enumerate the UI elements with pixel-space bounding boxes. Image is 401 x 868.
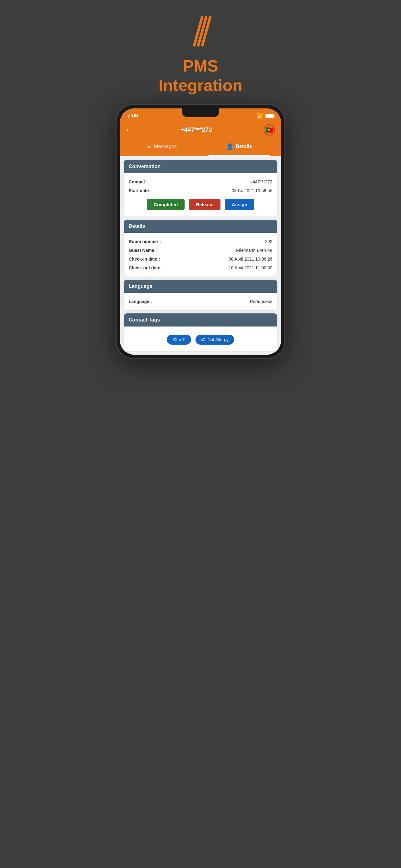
- nut-allergy-tag-icon: 🏷: [201, 337, 205, 342]
- language-label: Language :: [129, 299, 152, 304]
- contact-value: +447***272: [250, 179, 272, 184]
- language-card-body: Language : Portuguese: [124, 293, 277, 310]
- contact-tags-card: Contact Tags 🏷 VIP 🏷 Nut Allergy: [124, 313, 277, 351]
- guest-name-value: Frielmann Bren Mr: [236, 248, 272, 253]
- language-flag[interactable]: 🇵🇹: [264, 124, 275, 135]
- messages-tab-label: Messages: [154, 144, 177, 149]
- svg-line-1: [198, 17, 206, 45]
- contact-label: Contact :: [129, 179, 148, 184]
- checkin-value: 08 April 2021 10:06:26: [229, 256, 272, 261]
- release-button[interactable]: Release: [189, 199, 221, 210]
- guest-name-row: Guest Name : Frielmann Bren Mr: [129, 246, 272, 255]
- phone-frame: 7:06 ··· 📶 ‹ +447***272 🇵🇹 ✉ Messages 👤: [116, 105, 285, 359]
- room-number-value: 202: [265, 239, 272, 244]
- checkin-label: Check-in date :: [129, 256, 160, 261]
- language-card-header: Language: [124, 280, 277, 293]
- phone-screen: 7:06 ··· 📶 ‹ +447***272 🇵🇹 ✉ Messages 👤: [120, 108, 281, 354]
- wifi-icon: 📶: [257, 113, 264, 119]
- start-date-value: 08-04-2021 10:59:55: [232, 188, 272, 193]
- tab-messages[interactable]: ✉ Messages: [123, 140, 201, 153]
- checkin-row: Check-in date : 08 April 2021 10:06:26: [129, 255, 272, 264]
- checkout-row: Check-out date : 10 April 2021 11:00:00: [129, 264, 272, 272]
- details-card-body: Room number : 202 Guest Name : Frielmann…: [124, 233, 277, 277]
- conversation-card: Conversation Contact : +447***272 Start …: [124, 160, 277, 217]
- content-area: Conversation Contact : +447***272 Start …: [120, 156, 281, 354]
- conversation-card-header: Conversation: [124, 160, 277, 173]
- brand-logo-icon: [185, 12, 216, 50]
- tab-details[interactable]: 👤 Details: [201, 140, 278, 153]
- signal-dots-icon: ···: [251, 114, 255, 118]
- action-buttons: Completed Release Assign: [129, 195, 272, 212]
- completed-button[interactable]: Completed: [147, 199, 185, 210]
- language-value: Portuguese: [250, 299, 272, 304]
- tag-nut-allergy[interactable]: 🏷 Nut Allergy: [196, 335, 234, 345]
- contact-tags-header: Contact Tags: [124, 313, 277, 327]
- checkout-value: 10 April 2021 11:00:00: [229, 265, 272, 270]
- details-tab-label: Details: [236, 144, 252, 149]
- battery-icon: [265, 114, 274, 118]
- room-number-row: Room number : 202: [129, 237, 272, 246]
- messages-tab-icon: ✉: [147, 143, 152, 150]
- tag-vip[interactable]: 🏷 VIP: [167, 335, 192, 345]
- back-button[interactable]: ‹: [126, 125, 129, 135]
- contact-tags-body: 🏷 VIP 🏷 Nut Allergy: [124, 327, 277, 351]
- nut-allergy-tag-label: Nut Allergy: [207, 337, 229, 342]
- assign-button[interactable]: Assign: [225, 199, 254, 210]
- details-tab-icon: 👤: [226, 143, 233, 150]
- details-card-header: Details: [124, 220, 277, 233]
- status-icons: ··· 📶: [251, 113, 274, 119]
- guest-name-label: Guest Name :: [129, 248, 157, 253]
- status-time: 7:06: [127, 113, 138, 119]
- start-date-label: Start date :: [129, 188, 152, 193]
- room-number-label: Room number :: [129, 239, 161, 244]
- tab-bar: ✉ Messages 👤 Details: [120, 140, 281, 156]
- checkout-label: Check-out date :: [129, 265, 163, 270]
- tags-container: 🏷 VIP 🏷 Nut Allergy: [129, 331, 272, 346]
- nav-title: +447***272: [129, 126, 264, 133]
- start-date-row: Start date : 08-04-2021 10:59:55: [129, 186, 272, 195]
- svg-line-2: [202, 17, 210, 45]
- language-row: Language : Portuguese: [129, 297, 272, 306]
- vip-tag-icon: 🏷: [172, 337, 177, 342]
- details-card: Details Room number : 202 Guest Name : F…: [124, 220, 277, 277]
- app-title: PMS Integration: [159, 56, 243, 95]
- nav-header: ‹ +447***272 🇵🇹: [120, 121, 281, 140]
- vip-tag-label: VIP: [179, 337, 186, 342]
- language-card: Language Language : Portuguese: [124, 280, 277, 310]
- conversation-card-body: Contact : +447***272 Start date : 08-04-…: [124, 173, 277, 217]
- phone-notch: [182, 108, 219, 117]
- logo-area: PMS Integration: [159, 12, 243, 95]
- svg-line-0: [194, 17, 202, 45]
- contact-row: Contact : +447***272: [129, 178, 272, 186]
